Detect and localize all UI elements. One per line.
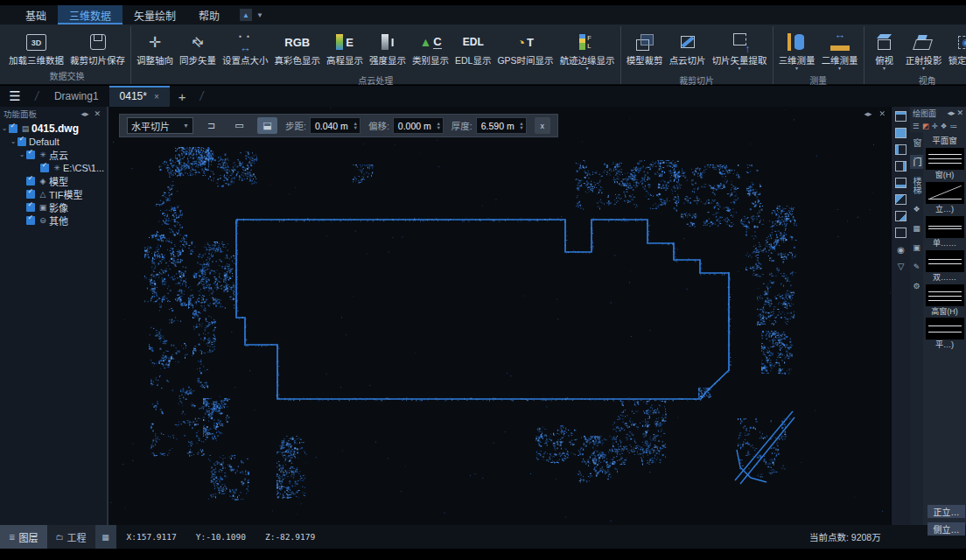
tab-decor-icon[interactable]: ❖: [910, 202, 923, 216]
btn-model-crop[interactable]: 模型裁剪: [624, 28, 666, 67]
settings-gear-icon[interactable]: ⚙: [910, 279, 923, 293]
menu-tab-vector-draw[interactable]: 矢量绘制: [122, 5, 187, 24]
btn-trajectory-edge-display[interactable]: 航迹边缘显示 ▾: [557, 28, 618, 72]
view-solid-icon[interactable]: [895, 128, 906, 138]
checkbox-checked-icon[interactable]: [26, 177, 35, 186]
tab-door[interactable]: 门: [910, 155, 923, 169]
view-wire-icon[interactable]: [895, 228, 906, 238]
checkbox-checked-icon[interactable]: [40, 164, 49, 172]
tree-item-dwg[interactable]: ⌄ ▤ 0415.dwg: [0, 122, 107, 135]
btn-edl-display[interactable]: EDL显示: [452, 28, 494, 67]
view-iso-sw-icon[interactable]: [895, 194, 906, 205]
view-bottom-icon[interactable]: [895, 178, 906, 188]
side-elevation-button[interactable]: 侧立…: [928, 522, 965, 536]
quick-access-icon[interactable]: ▲: [240, 9, 252, 21]
tab-annotate-icon[interactable]: ▦: [910, 221, 923, 235]
btn-save-crop-slice[interactable]: 裁剪切片保存: [67, 28, 128, 67]
btn-ortho-projection[interactable]: 正射投影 ▾: [903, 28, 945, 72]
menu-tab-3d-data[interactable]: 三维数据: [58, 5, 122, 24]
checkbox-checked-icon[interactable]: [9, 124, 18, 133]
offset-input[interactable]: 0.000 m ▲▼: [393, 117, 444, 134]
slice-toolbar-close-button[interactable]: x: [535, 117, 550, 134]
component-thumbnail[interactable]: [926, 318, 964, 340]
btn-rgb-display[interactable]: 真彩色显示: [272, 28, 324, 67]
slice-plane-icon[interactable]: ⬓: [257, 117, 277, 134]
component-thumbnail[interactable]: [926, 284, 964, 306]
btn-point-size[interactable]: 设置点大小: [220, 28, 271, 67]
btn-adjust-axis[interactable]: 调整轴向: [134, 28, 176, 67]
quick-access-caret-icon[interactable]: ▼: [256, 11, 263, 19]
tab-close-icon[interactable]: ×: [154, 92, 159, 102]
panel-pin-icon[interactable]: ◂▸: [78, 109, 91, 118]
tree-item-image[interactable]: ▣ 影像: [0, 200, 107, 214]
component-thumbnail[interactable]: [926, 216, 964, 238]
tree-item-model[interactable]: ◈ 模型: [0, 174, 107, 187]
btn-measure-2d[interactable]: 二维测量 ▾: [819, 28, 861, 72]
btn-class-display[interactable]: 类别显示: [410, 28, 452, 67]
expand-icon[interactable]: ⌄: [9, 137, 18, 145]
add-icon[interactable]: ✛: [932, 122, 938, 130]
btn-slice-vector-extract[interactable]: 切片矢量提取 ▾: [710, 28, 770, 72]
point-cloud-canvas[interactable]: [110, 107, 891, 525]
component-thumbnail[interactable]: [926, 182, 964, 204]
viewport-pin-icon[interactable]: ◂▸: [864, 109, 872, 118]
btn-elevation-display[interactable]: 高程显示: [324, 28, 366, 67]
slice-rect-icon[interactable]: ▭: [229, 117, 249, 134]
view-top-icon[interactable]: [895, 111, 906, 122]
menu-tab-basic[interactable]: 基础: [14, 5, 58, 24]
component-thumbnail[interactable]: [926, 250, 964, 272]
spinner-arrows-icon[interactable]: ▲▼: [353, 122, 357, 130]
tree-item-other[interactable]: ⊖ 其他: [0, 214, 107, 227]
view-camera-icon[interactable]: ◉: [895, 244, 906, 255]
tab-drawing1[interactable]: Drawing1: [44, 86, 109, 107]
tree-item-pointcloud[interactable]: ⌄ ✳ 点云: [0, 148, 107, 161]
filter-icon[interactable]: ≔: [949, 122, 957, 130]
thickness-input[interactable]: 6.590 m ▲▼: [476, 117, 527, 134]
viewport-3d[interactable]: ◂▸ ✕ 水平切片 ▼ ⊐ ▭ ⬓ 步距: 0.040 m ▲▼: [110, 107, 891, 525]
tab-sketch-icon[interactable]: ✎: [910, 260, 923, 274]
menu-tab-help[interactable]: 帮助: [187, 5, 231, 24]
checkbox-checked-icon[interactable]: [26, 216, 35, 225]
spinner-arrows-icon[interactable]: ▲▼: [436, 122, 440, 130]
panel-close-icon[interactable]: ✕: [91, 109, 103, 118]
component-thumbnail[interactable]: [926, 148, 964, 170]
checkbox-checked-icon[interactable]: [26, 203, 35, 212]
view-iso-se-icon[interactable]: [895, 211, 906, 221]
checkbox-checked-icon[interactable]: [26, 190, 35, 199]
tree-item-tif-model[interactable]: △ TIF模型: [0, 187, 107, 200]
btn-sync-vector[interactable]: 同步矢量: [177, 28, 219, 67]
tab-stairs[interactable]: 楼梯: [910, 174, 923, 197]
btn-gps-time-display[interactable]: GPS时间显示: [494, 28, 556, 67]
list-icon[interactable]: ☰: [913, 122, 920, 130]
project-tab[interactable]: 🗀 工程: [47, 525, 95, 549]
view-walk-icon[interactable]: ▽: [895, 261, 906, 271]
checkbox-checked-icon[interactable]: [26, 150, 35, 159]
slice-rotate-icon[interactable]: ⊐: [201, 117, 221, 134]
btn-lock-view[interactable]: 锁定视角: [946, 28, 966, 67]
tree-item-pointcloud-file[interactable]: ✳ E:\CS\1...: [0, 161, 107, 174]
viewport-close-icon[interactable]: ✕: [878, 109, 886, 118]
btn-cloud-slice[interactable]: 点云切片: [667, 28, 709, 67]
step-input[interactable]: 0.040 m ▲▼: [310, 117, 360, 134]
favorite-icon[interactable]: ❖: [941, 122, 948, 130]
panel-pin-icon[interactable]: ◂▸: [947, 108, 955, 117]
slice-mode-dropdown[interactable]: 水平切片 ▼: [127, 117, 193, 134]
layers-tab[interactable]: ≣ 图层: [0, 525, 47, 549]
front-elevation-button[interactable]: 正立…: [928, 505, 965, 518]
tab-window[interactable]: 窗: [910, 136, 923, 150]
tree-item-default[interactable]: ⌄ Default: [0, 135, 107, 148]
btn-load-3d-data[interactable]: 加载三维数据: [6, 28, 66, 67]
tab-frame-icon[interactable]: ▣: [910, 241, 923, 255]
checkbox-checked-icon[interactable]: [18, 137, 26, 146]
expand-icon[interactable]: ⌄: [18, 150, 26, 158]
btn-intensity-display[interactable]: 强度显示: [367, 28, 409, 67]
locate-icon[interactable]: ◩: [922, 122, 929, 130]
btn-measure-3d[interactable]: 三维测量 ▾: [776, 28, 818, 72]
btn-top-view[interactable]: 俯视 ▾: [867, 28, 902, 72]
panel-close-icon[interactable]: ✕: [956, 108, 963, 117]
expand-icon[interactable]: ⌄: [0, 124, 9, 132]
add-tab-button[interactable]: +: [170, 86, 195, 107]
view-left-icon[interactable]: [895, 144, 906, 155]
hamburger-menu-icon[interactable]: ☰: [0, 86, 30, 107]
tab-0415-active[interactable]: 0415* ×: [109, 86, 170, 107]
